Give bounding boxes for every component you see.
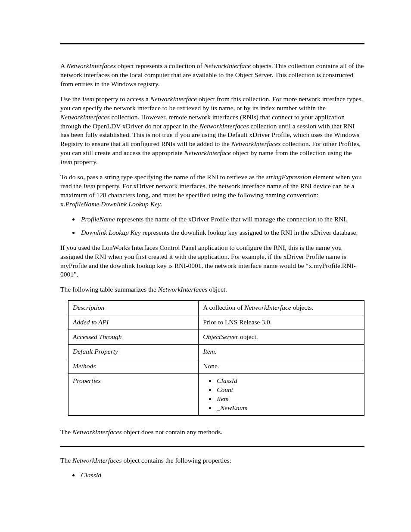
table-row: Description A collection of NetworkInter… (68, 301, 364, 315)
text: object. (207, 286, 227, 293)
section-rule (60, 446, 364, 447)
term-item: Item (82, 95, 94, 103)
term-networkinterface: NetworkInterface (184, 149, 230, 156)
table-val-default-property: Item. (199, 345, 364, 359)
text: To do so, pass a string type specifying … (60, 173, 266, 180)
text: object does not contain any methods. (122, 428, 223, 436)
table-row: Added to API Prior to LNS Release 3.0. (68, 315, 364, 330)
properties-bullets: ClassId (60, 471, 364, 480)
table-key-methods: Methods (68, 359, 199, 373)
term-networkinterfaces: NetworkInterfaces (72, 428, 122, 436)
text: object. (238, 333, 258, 340)
text: A collection of (203, 304, 244, 311)
list-item: _NewEnum (216, 404, 360, 413)
list-item: ClassId (79, 471, 364, 480)
table-row: Methods None. (68, 359, 364, 373)
term-profilename: ProfileName (65, 200, 100, 208)
text: objects. (291, 304, 314, 311)
term-profilename: ProfileName (81, 215, 115, 223)
paragraph-example: If you used the LonWorks Interfaces Cont… (60, 243, 364, 280)
term-networkinterface: NetworkInterface (204, 62, 251, 69)
term-networkinterfaces: NetworkInterfaces (158, 286, 208, 293)
term-objectserver: ObjectServer (203, 333, 238, 340)
table-row: Accessed Through ObjectServer object. (68, 330, 364, 345)
summary-table: Description A collection of NetworkInter… (68, 300, 364, 415)
text: The (60, 457, 72, 464)
text: . (161, 200, 162, 208)
term-item: Item (83, 182, 95, 190)
properties-list: ClassId Count Item _NewEnum (203, 376, 360, 413)
table-val-methods: None. (199, 359, 364, 373)
term-downlink-lookup-key: Downlink Lookup Key (101, 200, 161, 208)
table-row: Properties ClassId Count Item _NewEnum (68, 373, 364, 415)
table-key-default-property: Default Property (68, 345, 199, 359)
text: property to access a (94, 95, 150, 103)
term-downlink-lookup-key: Downlink Lookup Key (81, 229, 141, 236)
list-item: Count (216, 386, 360, 395)
text: property. (72, 158, 98, 165)
paragraph-properties-intro: The NetworkInterfaces object contains th… (60, 456, 364, 465)
table-key-accessed-through: Accessed Through (68, 330, 199, 345)
term-networkinterfaces: NetworkInterfaces (72, 457, 122, 464)
term-item: Item (60, 158, 72, 165)
list-item: Downlink Lookup Key represents the downl… (79, 228, 364, 237)
term-networkinterfaces: NetworkInterfaces (66, 62, 116, 69)
naming-convention-list: ProfileName represents the name of the x… (60, 215, 364, 237)
text: represents the name of the xDriver Profi… (115, 215, 348, 223)
text: object represents a collection of (116, 62, 204, 69)
top-rule (60, 43, 364, 44)
table-val-accessed-through: ObjectServer object. (199, 330, 364, 345)
paragraph-methods: The NetworkInterfaces object does not co… (60, 428, 364, 437)
text: object by name from the collection using… (231, 149, 352, 156)
table-val-properties: ClassId Count Item _NewEnum (199, 373, 364, 415)
table-key-properties: Properties (68, 373, 199, 415)
table-row: Default Property Item. (68, 345, 364, 359)
term-stringexpression: stringExpression (266, 173, 311, 180)
text: represents the downlink lookup key assig… (141, 229, 358, 236)
text: The (60, 428, 72, 436)
table-val-description: A collection of NetworkInterface objects… (199, 301, 364, 315)
term-item: Item (203, 348, 215, 355)
text: . (215, 348, 217, 355)
term-networkinterfaces: NetworkInterfaces (60, 113, 110, 121)
text: object contains the following properties… (122, 457, 231, 464)
term-networkinterface: NetworkInterface (244, 304, 291, 311)
list-item: ProfileName represents the name of the x… (79, 215, 364, 224)
text: The following table summarizes the (60, 286, 158, 293)
paragraph-intro-3: To do so, pass a string type specifying … (60, 173, 364, 209)
list-item: ClassId (216, 376, 360, 386)
paragraph-table-intro: The following table summarizes the Netwo… (60, 285, 364, 294)
text: Use the (60, 95, 82, 103)
table-key-added-to-api: Added to API (68, 315, 199, 330)
paragraph-intro-2: Use the Item property to access a Networ… (60, 95, 364, 167)
table-key-description: Description (68, 301, 199, 315)
term-networkinterfaces: NetworkInterfaces (231, 140, 281, 147)
list-item: Item (216, 395, 360, 404)
term-networkinterface: NetworkInterface (150, 95, 197, 103)
term-networkinterfaces: NetworkInterfaces (199, 122, 249, 130)
text: A (60, 62, 66, 69)
table-val-added-to-api: Prior to LNS Release 3.0. (199, 315, 364, 330)
paragraph-intro-1: A NetworkInterfaces object represents a … (60, 62, 364, 89)
